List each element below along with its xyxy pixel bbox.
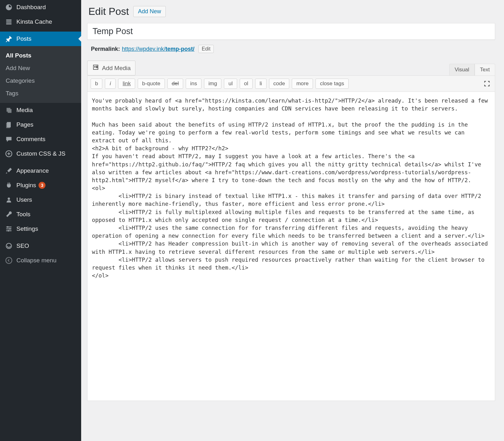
permalink-link[interactable]: https://wpdev.ink/temp-post/ xyxy=(122,46,195,52)
sidebar-item-users[interactable]: Users xyxy=(0,193,81,207)
sidebar-item-label: Posts xyxy=(16,35,32,42)
plugins-update-badge: 3 xyxy=(39,182,45,189)
sidebar-item-label: Comments xyxy=(16,136,45,143)
media-icon xyxy=(92,63,99,73)
sidebar-item-comments[interactable]: Comments xyxy=(0,132,81,146)
post-content-textarea[interactable]: You've probably heard of <a href="https:… xyxy=(87,92,495,401)
permalink-row: Permalink: https://wpdev.ink/temp-post/ … xyxy=(87,44,495,59)
sidebar-item-posts[interactable]: Posts xyxy=(0,32,81,46)
add-new-button[interactable]: Add New xyxy=(133,6,166,17)
qt-close-tags[interactable]: close tags xyxy=(315,79,349,89)
submenu-categories[interactable]: Categories xyxy=(0,74,81,87)
plug-icon xyxy=(4,182,13,189)
sidebar-submenu-posts: All Posts Add New Categories Tags xyxy=(0,46,81,103)
qt-ul[interactable]: ul xyxy=(224,79,237,89)
post-title-input[interactable] xyxy=(93,27,490,36)
sidebar-item-appearance[interactable]: Appearance xyxy=(0,164,81,178)
submenu-all-posts[interactable]: All Posts xyxy=(0,49,81,62)
sidebar-item-settings[interactable]: Settings xyxy=(0,222,81,236)
qt-ins[interactable]: ins xyxy=(186,79,201,89)
permalink-label: Permalink: xyxy=(91,46,120,52)
qt-li[interactable]: li xyxy=(255,79,267,89)
editor-tabs: Visual Text xyxy=(449,64,495,75)
qt-more[interactable]: more xyxy=(292,79,313,89)
main-content: Edit Post Add New Permalink: https://wpd… xyxy=(81,0,504,441)
sidebar-item-label: SEO xyxy=(16,242,29,249)
sidebar-item-label: Tools xyxy=(16,211,30,218)
dashboard-icon xyxy=(4,3,13,11)
sidebar-item-kinsta-cache[interactable]: Kinsta Cache xyxy=(0,15,81,29)
sidebar-item-label: Users xyxy=(16,196,32,203)
sidebar-item-label: Appearance xyxy=(16,167,49,174)
page-title: Edit Post xyxy=(87,6,129,17)
qt-link[interactable]: link xyxy=(118,79,135,89)
sliders-icon xyxy=(4,225,13,233)
pages-icon xyxy=(4,121,13,128)
sidebar-item-label: Media xyxy=(16,107,33,114)
sidebar-item-label: Settings xyxy=(16,225,38,232)
pin-icon xyxy=(4,35,13,43)
qt-ol[interactable]: ol xyxy=(240,79,253,89)
svg-point-7 xyxy=(7,226,9,228)
quicktags-toolbar: b i link b-quote del ins img ul ol li co… xyxy=(87,75,495,92)
qt-code[interactable]: code xyxy=(269,79,290,89)
sidebar-item-media[interactable]: Media xyxy=(0,103,81,117)
plus-icon xyxy=(4,150,13,158)
qt-img[interactable]: img xyxy=(204,79,221,89)
user-icon xyxy=(4,196,13,204)
brush-icon xyxy=(4,167,13,175)
qt-del[interactable]: del xyxy=(167,79,183,89)
sidebar-item-label: Collapse menu xyxy=(16,257,57,264)
svg-rect-1 xyxy=(6,21,12,23)
media-icon xyxy=(4,106,13,114)
post-title-box xyxy=(87,23,495,40)
add-media-label: Add Media xyxy=(102,65,131,72)
fullscreen-icon[interactable] xyxy=(482,79,492,88)
tab-text[interactable]: Text xyxy=(475,64,495,75)
collapse-icon xyxy=(4,257,13,264)
svg-point-11 xyxy=(6,257,12,263)
svg-rect-2 xyxy=(6,23,12,25)
submenu-tags[interactable]: Tags xyxy=(0,87,81,100)
qt-bold[interactable]: b xyxy=(91,79,102,89)
svg-rect-0 xyxy=(6,20,12,21)
qt-blockquote[interactable]: b-quote xyxy=(138,79,165,89)
comment-icon xyxy=(4,135,13,143)
svg-point-12 xyxy=(94,66,96,68)
sidebar-item-seo[interactable]: SEO xyxy=(0,239,81,253)
cache-icon xyxy=(4,18,13,26)
sidebar-item-label: Plugins xyxy=(16,182,36,189)
svg-rect-4 xyxy=(6,123,10,128)
svg-point-8 xyxy=(9,228,11,230)
sidebar-item-plugins[interactable]: Plugins 3 xyxy=(0,178,81,193)
sidebar-item-pages[interactable]: Pages xyxy=(0,117,81,132)
submenu-add-new[interactable]: Add New xyxy=(0,62,81,74)
svg-point-6 xyxy=(8,198,10,200)
seo-icon xyxy=(4,242,13,250)
sidebar-item-label: Dashboard xyxy=(16,4,46,11)
add-media-button[interactable]: Add Media xyxy=(87,61,135,75)
sidebar-item-dashboard[interactable]: Dashboard xyxy=(0,0,81,15)
sidebar-collapse[interactable]: Collapse menu xyxy=(0,253,81,268)
qt-italic[interactable]: i xyxy=(105,79,116,89)
sidebar-item-label: Kinsta Cache xyxy=(16,18,52,25)
wrench-icon xyxy=(4,211,13,218)
sidebar-item-label: Custom CSS & JS xyxy=(16,150,65,157)
admin-sidebar: Dashboard Kinsta Cache Posts All Posts A… xyxy=(0,0,81,441)
edit-slug-button[interactable]: Edit xyxy=(198,45,214,53)
sidebar-item-label: Pages xyxy=(16,121,33,128)
sidebar-item-custom-css-js[interactable]: Custom CSS & JS xyxy=(0,146,81,161)
sidebar-item-tools[interactable]: Tools xyxy=(0,207,81,222)
page-heading: Edit Post Add New xyxy=(87,0,495,23)
svg-point-9 xyxy=(8,230,9,232)
tab-visual[interactable]: Visual xyxy=(449,64,475,75)
